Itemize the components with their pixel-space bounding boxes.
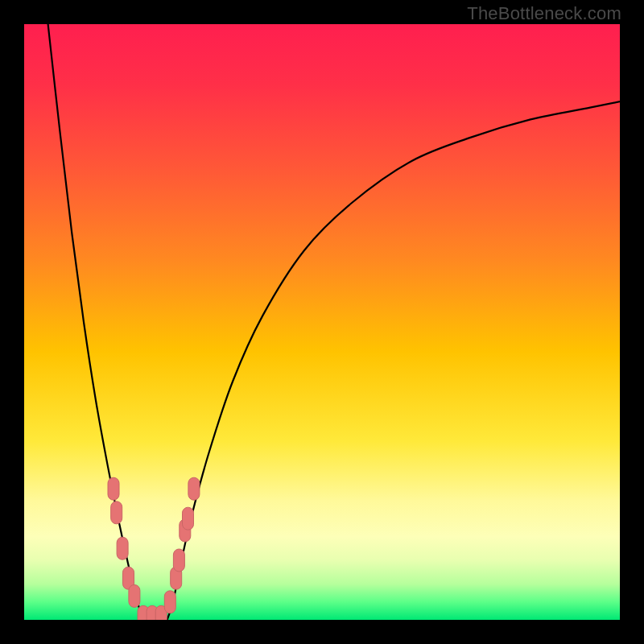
marker-capsule xyxy=(188,477,200,500)
marker-capsule xyxy=(111,502,122,524)
chart-frame: TheBottleneck.com xyxy=(0,0,644,644)
marker-capsule xyxy=(117,537,128,559)
watermark-text: TheBottleneck.com xyxy=(467,3,621,24)
curve-left-arm xyxy=(48,24,143,620)
curve-right-arm xyxy=(167,101,620,620)
marker-capsule xyxy=(108,477,119,500)
marker-capsule xyxy=(183,507,194,530)
marker-capsule xyxy=(129,584,140,607)
highlight-markers xyxy=(108,477,200,620)
marker-capsule xyxy=(173,549,184,572)
marker-capsule xyxy=(164,591,175,613)
plot-area xyxy=(24,24,620,620)
curve-layer xyxy=(24,24,620,620)
